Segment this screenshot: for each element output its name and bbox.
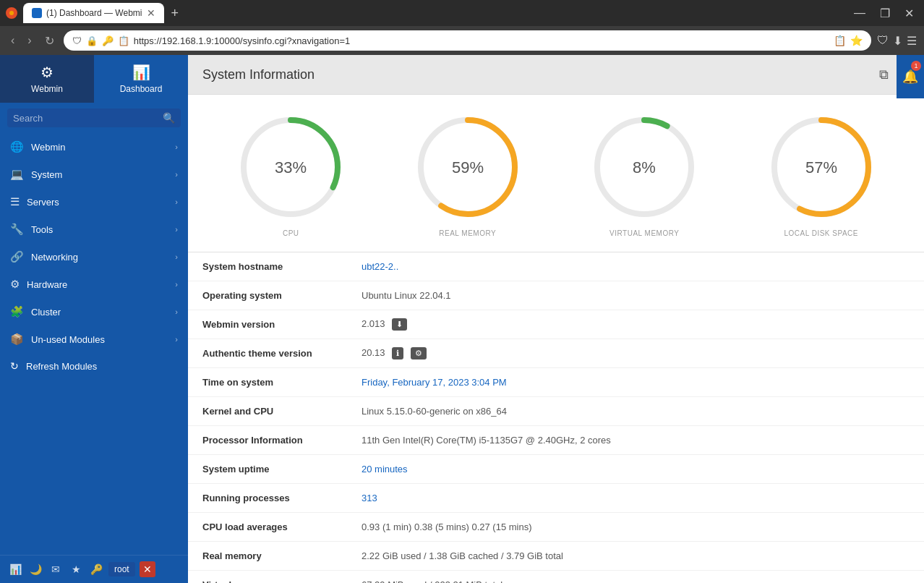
app-layout: ⚙ Webmin 📊 Dashboard 🔍 🌐 Webmin › bbox=[0, 55, 924, 583]
disk-space-gauge-label: LOCAL DISK SPACE bbox=[784, 229, 858, 237]
chevron-right-icon: › bbox=[175, 170, 178, 179]
footer-icon-bar[interactable]: 📊 bbox=[7, 561, 23, 577]
sidebar-dashboard-tab[interactable]: 📊 Dashboard bbox=[94, 55, 188, 103]
sidebar-item-unused-modules[interactable]: 📦 Un-used Modules › bbox=[0, 325, 188, 353]
sidebar-item-label: Webmin bbox=[31, 142, 65, 153]
page-title: System Information bbox=[202, 67, 315, 82]
sidebar-item-hardware[interactable]: ⚙ Hardware › bbox=[0, 271, 188, 298]
search-input[interactable] bbox=[13, 113, 158, 124]
copy-button[interactable]: ⧉ bbox=[878, 66, 890, 84]
cpu-gauge: 33% CPU bbox=[233, 109, 348, 237]
sidebar-header: ⚙ Webmin 📊 Dashboard bbox=[0, 55, 188, 103]
footer-icon-moon[interactable]: 🌙 bbox=[27, 561, 43, 577]
chevron-right-icon: › bbox=[175, 307, 178, 316]
system-nav-icon: 💻 bbox=[10, 168, 24, 181]
tab-close-button[interactable]: ✕ bbox=[147, 8, 155, 18]
reload-button[interactable]: ↻ bbox=[41, 33, 58, 49]
back-button[interactable]: ‹ bbox=[7, 33, 18, 48]
tab-title: (1) Dashboard — Webmi bbox=[46, 8, 142, 18]
footer-icon-star[interactable]: ★ bbox=[68, 561, 84, 577]
row-value: 0.93 (1 min) 0.38 (5 mins) 0.27 (15 mins… bbox=[362, 522, 532, 532]
sidebar-item-left: 📦 Un-used Modules bbox=[10, 333, 105, 346]
cpu-gauge-svg: 33% bbox=[233, 109, 348, 225]
sidebar-item-webmin[interactable]: 🌐 Webmin › bbox=[0, 133, 188, 161]
sidebar-item-networking[interactable]: 🔗 Networking › bbox=[0, 243, 188, 271]
row-label: System hostname bbox=[202, 261, 362, 272]
notification-badge[interactable]: 🔔 1 bbox=[897, 55, 924, 98]
sidebar-item-label: Cluster bbox=[31, 307, 61, 318]
uptime-link[interactable]: 20 minutes bbox=[362, 464, 408, 475]
sidebar-item-label: System bbox=[31, 169, 62, 180]
row-label: Operating system bbox=[202, 290, 362, 301]
hostname-link[interactable]: ubt22-2.. bbox=[362, 261, 398, 272]
chevron-right-icon: › bbox=[175, 335, 178, 344]
sidebar-webmin-tab[interactable]: ⚙ Webmin bbox=[0, 55, 94, 103]
row-value: 2.013 ⬇ bbox=[362, 318, 407, 331]
maximize-button[interactable]: ❐ bbox=[876, 5, 894, 22]
table-row: CPU load averages 0.93 (1 min) 0.38 (5 m… bbox=[188, 513, 924, 542]
footer-icon-key[interactable]: 🔑 bbox=[88, 561, 104, 577]
theme-version-action-btn[interactable]: ⚙ bbox=[411, 347, 427, 359]
sidebar: ⚙ Webmin 📊 Dashboard 🔍 🌐 Webmin › bbox=[0, 55, 188, 583]
sidebar-item-cluster[interactable]: 🧩 Cluster › bbox=[0, 298, 188, 325]
svg-text:59%: 59% bbox=[452, 158, 484, 176]
disk-space-gauge-svg: 57% bbox=[763, 109, 879, 225]
row-value: 11th Gen Intel(R) Core(TM) i5-1135G7 @ 2… bbox=[362, 435, 611, 446]
row-label: Running processes bbox=[202, 493, 362, 503]
sidebar-item-label: Hardware bbox=[27, 279, 67, 290]
sidebar-item-label: Tools bbox=[31, 224, 53, 235]
svg-text:8%: 8% bbox=[633, 158, 656, 176]
row-value: Friday, February 17, 2023 3:04 PM bbox=[362, 377, 507, 388]
tools-nav-icon: 🔧 bbox=[10, 223, 24, 236]
close-window-button[interactable]: ✕ bbox=[900, 5, 918, 22]
chevron-right-icon: › bbox=[175, 225, 178, 234]
row-label: Processor Information bbox=[202, 435, 362, 446]
refresh-modules-label: Refresh Modules bbox=[26, 361, 97, 372]
cpu-gauge-label: CPU bbox=[283, 229, 299, 237]
table-row: Webmin version 2.013 ⬇ bbox=[188, 310, 924, 339]
row-value: 20 minutes bbox=[362, 464, 408, 475]
row-label: System uptime bbox=[202, 464, 362, 475]
sidebar-item-servers[interactable]: ☰ Servers › bbox=[0, 188, 188, 216]
virtual-memory-gauge-svg: 8% bbox=[586, 109, 702, 225]
sidebar-item-tools[interactable]: 🔧 Tools › bbox=[0, 216, 188, 243]
chevron-right-icon: › bbox=[175, 197, 178, 206]
row-value: 67.29 MiB used / 923.21 MiB total bbox=[362, 579, 502, 583]
new-tab-button[interactable]: + bbox=[167, 4, 184, 22]
browser-titlebar: (1) Dashboard — Webmi ✕ + — ❐ ✕ bbox=[0, 0, 924, 26]
real-memory-gauge-svg: 59% bbox=[410, 109, 526, 225]
active-tab[interactable]: (1) Dashboard — Webmi ✕ bbox=[23, 3, 164, 23]
footer-logout-button[interactable]: ✕ bbox=[140, 561, 155, 577]
minimize-button[interactable]: — bbox=[850, 5, 870, 21]
virtual-memory-gauge-label: VIRTUAL MEMORY bbox=[609, 229, 679, 237]
sidebar-search-container: 🔍 bbox=[0, 103, 188, 133]
time-link[interactable]: Friday, February 17, 2023 3:04 PM bbox=[362, 377, 507, 388]
url-text: https://192.168.1.9:10000/sysinfo.cgi?xn… bbox=[134, 35, 829, 46]
table-row: Time on system Friday, February 17, 2023… bbox=[188, 368, 924, 397]
dashboard-icon: 📊 bbox=[132, 64, 150, 81]
sidebar-nav: 🌐 Webmin › 💻 System › ☰ Servers › bbox=[0, 133, 188, 555]
sidebar-search-box[interactable]: 🔍 bbox=[7, 108, 181, 127]
sidebar-footer: 📊 🌙 ✉ ★ 🔑 root ✕ bbox=[0, 555, 188, 583]
search-icon: 🔍 bbox=[163, 112, 175, 124]
footer-icon-mail[interactable]: ✉ bbox=[48, 561, 64, 577]
gauges-section: 33% CPU 59% REAL MEMORY 8% bbox=[188, 95, 924, 252]
processes-link[interactable]: 313 bbox=[362, 493, 377, 503]
sidebar-item-left: ⚙ Hardware bbox=[10, 278, 67, 291]
refresh-modules-button[interactable]: ↻ Refresh Modules bbox=[0, 353, 188, 379]
theme-version-info-btn[interactable]: ℹ bbox=[392, 347, 403, 359]
footer-user-label[interactable]: root bbox=[108, 562, 135, 576]
notification-count: 1 bbox=[911, 61, 921, 71]
refresh-icon: ↻ bbox=[10, 360, 19, 372]
sidebar-dashboard-label: Dashboard bbox=[120, 84, 163, 94]
table-row: Processor Information 11th Gen Intel(R) … bbox=[188, 426, 924, 455]
sidebar-item-label: Networking bbox=[31, 252, 78, 263]
row-value: Linux 5.15.0-60-generic on x86_64 bbox=[362, 406, 507, 417]
main-content: 🔔 1 System Information ⧉ ↻ 33% CPU bbox=[188, 55, 924, 583]
forward-button[interactable]: › bbox=[24, 33, 35, 48]
webmin-version-download-btn[interactable]: ⬇ bbox=[392, 318, 407, 331]
address-bar[interactable]: 🛡 🔒 🔑 📋 https://192.168.1.9:10000/sysinf… bbox=[64, 30, 871, 51]
tab-bar: (1) Dashboard — Webmi ✕ + bbox=[23, 3, 844, 23]
chevron-right-icon: › bbox=[175, 280, 178, 289]
sidebar-item-system[interactable]: 💻 System › bbox=[0, 161, 188, 188]
